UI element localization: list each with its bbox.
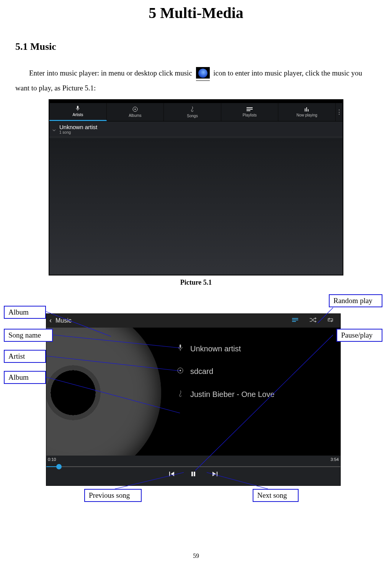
tab-albums[interactable]: Albums	[107, 103, 164, 121]
chapter-title: 5 Multi-Media	[15, 4, 377, 22]
svg-rect-9	[308, 109, 309, 111]
tab-label: Songs	[187, 114, 198, 118]
callout-random-play: Random play	[329, 294, 382, 307]
callout-pause-play: Pause/play	[336, 329, 382, 342]
svg-rect-0	[77, 106, 78, 109]
tab-songs[interactable]: Songs	[164, 103, 221, 121]
time-total: 3:54	[331, 457, 339, 462]
para-part1: Enter into music player: in menu or desk…	[29, 69, 192, 77]
svg-rect-19	[194, 472, 195, 476]
svg-rect-20	[217, 472, 217, 476]
now-playing-song: Justin Bieber - One Love	[190, 390, 274, 399]
list-icon	[247, 107, 253, 112]
artist-name: Unknown artist	[59, 124, 97, 130]
svg-rect-18	[191, 472, 193, 476]
callout-album-top: Album	[4, 306, 46, 319]
next-button[interactable]	[212, 470, 218, 479]
svg-rect-8	[306, 107, 307, 111]
album-art	[46, 328, 176, 458]
progress-thumb[interactable]	[56, 464, 62, 469]
svg-point-3	[134, 108, 136, 110]
treble-icon	[190, 106, 194, 113]
artist-row[interactable]: ⌵ Unknown artist 1 song	[49, 121, 343, 137]
mic-icon	[75, 106, 80, 112]
artist-subtext: 1 song	[59, 130, 97, 134]
svg-rect-13	[180, 344, 181, 348]
previous-button[interactable]	[169, 470, 175, 479]
music-library-screenshot: Artists Albums Songs Playlists	[49, 99, 343, 275]
tab-playlists[interactable]: Playlists	[221, 103, 279, 121]
back-icon[interactable]: ‹	[49, 316, 52, 325]
equalizer-icon	[304, 107, 310, 112]
progress-track[interactable]	[46, 466, 340, 467]
play-pause-button[interactable]	[190, 470, 196, 479]
shuffle-icon[interactable]	[306, 316, 320, 325]
time-elapsed: 0:10	[48, 457, 56, 462]
now-playing-artist: Unknown artist	[190, 344, 241, 353]
album-icon	[176, 367, 184, 375]
section-title: 5.1 Music	[15, 41, 377, 52]
svg-rect-7	[305, 108, 305, 111]
tab-label: Artists	[72, 113, 83, 117]
song-icon	[176, 390, 184, 399]
tab-label: Albums	[129, 113, 141, 118]
tab-label: Now playing	[296, 113, 317, 117]
queue-icon[interactable]	[288, 316, 302, 325]
callout-artist: Artist	[4, 350, 46, 363]
header-title: Music	[56, 317, 72, 324]
tab-artists[interactable]: Artists	[49, 103, 107, 121]
music-app-icon	[196, 67, 210, 81]
page-number: 59	[0, 553, 392, 559]
tab-now-playing[interactable]: Now playing	[278, 103, 336, 121]
callout-previous-song: Previous song	[84, 489, 142, 502]
artist-icon	[176, 344, 184, 353]
now-playing-album: sdcard	[190, 367, 213, 376]
caption-picture-5-1: Picture 5.1	[15, 279, 377, 287]
callout-album: Album	[4, 371, 46, 384]
player-controls-bar: 0:10 3:54	[46, 456, 340, 485]
callout-song-name: Song name	[4, 329, 53, 342]
intro-paragraph: Enter into music player: in menu or desk…	[15, 66, 377, 95]
chevron-down-icon: ⌵	[52, 126, 56, 132]
callout-next-song: Next song	[253, 489, 299, 502]
svg-point-16	[180, 370, 181, 371]
overflow-menu-icon[interactable]: ⋮	[336, 103, 343, 121]
tab-label: Playlists	[243, 113, 257, 117]
disc-icon	[132, 107, 138, 113]
repeat-icon[interactable]	[323, 316, 337, 325]
now-playing-screenshot: ‹ Music	[46, 313, 341, 486]
svg-rect-17	[169, 472, 170, 476]
